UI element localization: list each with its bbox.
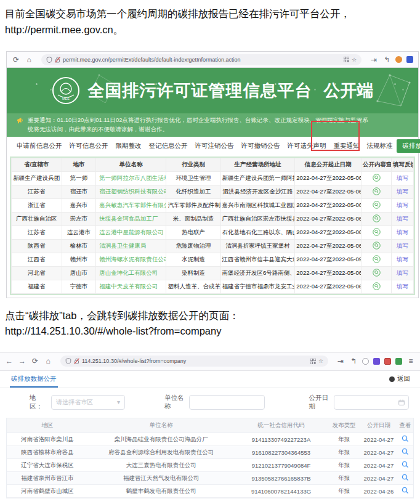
- view-detail-button[interactable]: [397, 446, 413, 459]
- cell-dates: 2022-04-27至2022-05-06: [295, 280, 361, 293]
- view-content-button[interactable]: [373, 242, 381, 251]
- table-header-row: 地区单位名称统一社会信用代码发布类型公开日期查看: [7, 418, 413, 433]
- view-content-button[interactable]: [373, 174, 381, 183]
- view-content-button[interactable]: [373, 187, 381, 197]
- cell-province: 江苏省: [12, 185, 62, 198]
- view-content-button[interactable]: [373, 282, 381, 291]
- translate-extension-icon[interactable]: [384, 358, 391, 365]
- cell-view: [361, 280, 392, 293]
- bookmark-star-icon[interactable]: ☆: [352, 57, 357, 63]
- history-icon[interactable]: ↰: [382, 55, 391, 64]
- address-bar[interactable]: permit.mee.gov.cn/permitExt/defaults/def…: [41, 54, 361, 65]
- qr-code-icon[interactable]: [344, 57, 349, 62]
- tab-loss-statement[interactable]: 许可遗失声明: [284, 140, 330, 152]
- back-icon[interactable]: ←: [5, 357, 14, 365]
- company-link[interactable]: 清涧县卫生健康局: [96, 239, 166, 253]
- tab-regulations[interactable]: 法规标准: [363, 140, 397, 152]
- company-link[interactable]: 唐山金坤化工有限公司: [96, 266, 166, 280]
- megaphone-icon: [17, 117, 24, 124]
- bookmark-star-icon[interactable]: ☆: [318, 358, 323, 364]
- view-detail-button[interactable]: [397, 459, 413, 472]
- view-magnifier-icon: [402, 461, 409, 468]
- tab-pre-application-info[interactable]: 申请前信息公开: [13, 140, 66, 152]
- qr-code-icon[interactable]: [310, 359, 316, 364]
- cell-feedback: 填写: [392, 280, 414, 293]
- tab-registration-info[interactable]: 登记信息公开: [145, 140, 192, 152]
- menu-icon[interactable]: ≡: [406, 357, 415, 365]
- back-dot-icon: [389, 376, 395, 382]
- purple-extension-icon[interactable]: [373, 358, 380, 365]
- sidebar-icon[interactable]: ⇥: [336, 357, 345, 365]
- fill-feedback-link[interactable]: 填写: [397, 188, 408, 195]
- home-icon[interactable]: ⌂: [25, 55, 33, 64]
- view-detail-button[interactable]: [397, 433, 413, 446]
- fill-feedback-link[interactable]: 填写: [397, 256, 408, 262]
- network-decoration-icon: [87, 69, 124, 106]
- view-content-button[interactable]: [373, 228, 381, 237]
- cell-province: 江苏省: [12, 226, 62, 239]
- view-content-button[interactable]: [373, 269, 381, 278]
- fill-feedback-link[interactable]: 填写: [397, 229, 408, 235]
- home-icon[interactable]: ⌂: [44, 357, 52, 365]
- back-button[interactable]: 返回: [389, 375, 410, 383]
- fill-feedback-link[interactable]: 填写: [397, 283, 408, 290]
- cell-publish-date: 2022-04-27: [360, 472, 397, 485]
- table-row: 浙江省嘉兴市嘉兴敏惠汽车零部件有限公司汽车零部件及配件制造嘉兴市南湖区科技城工业…: [12, 198, 414, 212]
- cell-credit-code: 916108227304364553: [235, 446, 328, 459]
- reload-icon[interactable]: ⟳: [12, 55, 20, 64]
- view-content-button[interactable]: [373, 255, 381, 264]
- company-link[interactable]: 宿迁塑钢纺织科技有限公司: [96, 185, 166, 198]
- reload-icon[interactable]: ⟳: [31, 357, 39, 365]
- address-bar[interactable]: 114.251.10.30/#/whole-list?from=company …: [60, 356, 328, 367]
- view-content-button[interactable]: [373, 201, 381, 210]
- view-content-button[interactable]: [373, 214, 381, 224]
- tab-revocation-notice[interactable]: 许可撤销公告: [238, 140, 284, 152]
- cell-industry: 热电联产: [166, 226, 220, 239]
- tab-rectification[interactable]: 限期整改: [112, 140, 145, 152]
- fill-feedback-link[interactable]: 填写: [397, 269, 408, 276]
- cell-city: 宁德市: [62, 280, 96, 293]
- cell-industry: 汽车零部件及配件制造: [166, 198, 220, 212]
- fill-feedback-link[interactable]: 填写: [397, 215, 408, 222]
- column-header-5: 信息公开起止日期: [295, 158, 361, 171]
- cell-industry: 水泥制造: [166, 253, 220, 266]
- history-icon[interactable]: ↰: [349, 357, 358, 365]
- cell-publish-type: 年报: [328, 446, 360, 459]
- intro-url-line: http://permit.mee.gov.cn。: [5, 22, 414, 38]
- cell-region: 福建省泉州市晋江市: [7, 472, 88, 485]
- fill-feedback-link[interactable]: 填写: [397, 242, 408, 249]
- tab-carbon-data-disclosure[interactable]: 碳排放数据公开: [10, 370, 58, 388]
- cell-address: 福建省宁德市福鼎市龙安工业...: [220, 280, 295, 293]
- tab-important-notice[interactable]: 重要通知: [330, 140, 363, 152]
- column-header-0: 地区: [7, 418, 88, 433]
- mee-logo: MEE: [52, 76, 80, 105]
- column-header-5: 查看: [397, 418, 413, 433]
- forward-icon[interactable]: →: [18, 357, 26, 365]
- view-detail-button[interactable]: [397, 485, 413, 498]
- company-link[interactable]: 福建中天皮革有限公司: [96, 280, 166, 293]
- cell-industry: 塑料人造革、合成革制造: [166, 280, 220, 293]
- cell-city: 唐山市: [62, 266, 96, 280]
- sidebar-icon[interactable]: ⇥: [370, 55, 378, 64]
- url-text: permit.mee.gov.cn/permitExt/defaults/def…: [63, 57, 341, 63]
- cell-address: 南堡经济开发区6号路南侧、...: [220, 266, 295, 280]
- company-link[interactable]: 第一师阿拉尔市八团生活垃圾...: [96, 171, 166, 185]
- fill-feedback-link[interactable]: 填写: [397, 201, 408, 208]
- tab-carbon-emission[interactable]: 碳排放: [397, 139, 420, 153]
- green-extension-icon[interactable]: [395, 358, 402, 365]
- view-detail-button[interactable]: [397, 472, 413, 485]
- profile-circle-icon[interactable]: [362, 358, 369, 365]
- cell-city: 嘉兴市: [62, 198, 96, 212]
- account-badge-icon[interactable]: [395, 56, 402, 63]
- fill-feedback-link[interactable]: 填写: [397, 174, 408, 181]
- extension-icon[interactable]: [406, 56, 413, 63]
- company-name-input[interactable]: [189, 395, 264, 410]
- company-link[interactable]: 赣州海螺水泥有限责任公司: [96, 253, 166, 266]
- tab-permit-info[interactable]: 许可信息公开: [66, 140, 112, 152]
- company-link[interactable]: 嘉兴敏惠汽车零部件有限公司: [96, 198, 166, 212]
- company-link[interactable]: 连云港中星能源有限公司: [96, 226, 166, 239]
- tab-cancellation-notice[interactable]: 许可注销公告: [192, 140, 238, 152]
- publish-date-input[interactable]: [334, 395, 409, 410]
- region-select[interactable]: 请选择省市区 ▾: [51, 395, 125, 410]
- company-link[interactable]: 扶绥县金珂食品加工厂: [96, 212, 166, 226]
